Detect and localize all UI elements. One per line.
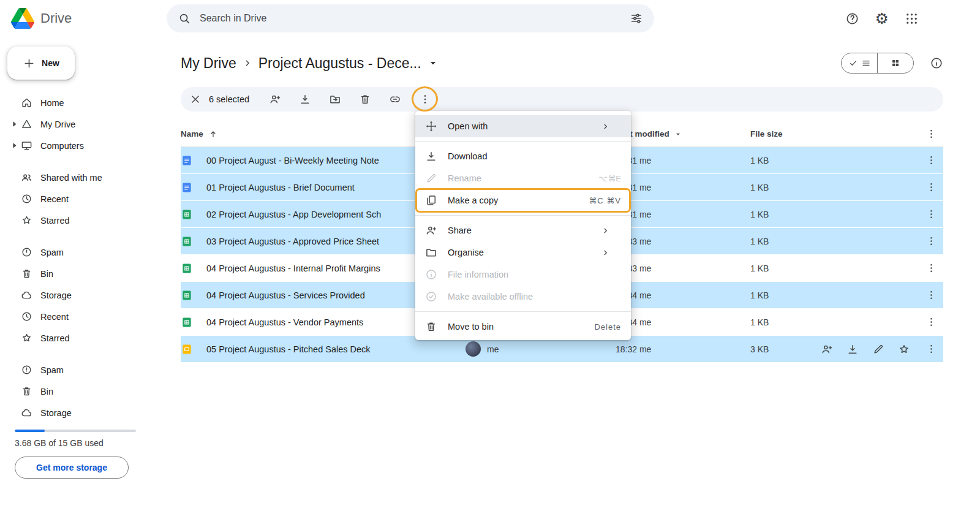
row-more-cell: [919, 289, 943, 301]
column-header-modified[interactable]: Last modified: [616, 129, 750, 139]
row-more-actions-icon[interactable]: [925, 181, 937, 193]
row-more-actions-icon[interactable]: [925, 343, 937, 355]
menu-item-share[interactable]: Share: [415, 219, 631, 241]
sidebar-item-label: Bin: [40, 387, 53, 396]
apps-grid-icon[interactable]: [905, 12, 919, 26]
row-more-actions-icon[interactable]: [925, 235, 937, 247]
last-modified-cell: 18:33 me: [616, 237, 750, 246]
folder-menu-caret-icon[interactable]: [426, 56, 440, 70]
topbar-actions: ⚙: [845, 0, 919, 37]
search-bar[interactable]: [167, 4, 654, 32]
grid-view-toggle[interactable]: [878, 53, 913, 73]
list-options-icon[interactable]: [925, 128, 937, 140]
topbar: Drive ⚙: [0, 0, 980, 37]
docs-file-icon: [181, 154, 193, 167]
sort-ascending-icon: [208, 129, 218, 139]
sidebar-item-recent[interactable]: Recent: [7, 188, 164, 210]
menu-item-open-with[interactable]: Open with: [415, 115, 631, 137]
breadcrumb-my-drive[interactable]: My Drive: [181, 55, 236, 72]
file-size-cell: 1 KB: [750, 156, 821, 165]
sidebar-item-computers[interactable]: Computers: [7, 135, 164, 156]
layout-toggle: [841, 53, 914, 74]
sidebar-item-label: Recent: [40, 312, 69, 322]
clear-selection-icon[interactable]: [189, 93, 202, 105]
menu-item-file-information: File information: [415, 263, 631, 286]
expand-caret-icon[interactable]: [9, 140, 20, 151]
sidebar-item-bin[interactable]: Bin: [7, 263, 164, 284]
row-more-cell: [919, 316, 943, 328]
row-more-actions-icon[interactable]: [925, 289, 937, 301]
share-selected-button[interactable]: [269, 93, 281, 105]
sheets-file-icon: [181, 235, 193, 248]
menu-item-download[interactable]: Download: [415, 145, 631, 167]
menu-item-move-to-bin[interactable]: Move to binDelete: [415, 316, 631, 338]
sidebar-item-shared-with-me[interactable]: Shared with me: [7, 167, 164, 188]
sidebar-item-label: Bin: [40, 269, 53, 279]
menu-item-label: Move to bin: [448, 322, 594, 332]
row-more-actions-icon[interactable]: [925, 154, 937, 166]
row-rename-icon[interactable]: [872, 343, 884, 355]
sheets-file-icon: [181, 208, 193, 221]
sidebar-item-label: Spam: [40, 248, 64, 257]
search-input[interactable]: [200, 13, 621, 24]
more-actions-button[interactable]: [419, 93, 431, 105]
download-selected-button[interactable]: [299, 93, 311, 105]
file-size-cell: 1 KB: [750, 210, 821, 219]
sidebar-item-starred[interactable]: Starred: [7, 327, 164, 349]
sidebar-item-starred[interactable]: Starred: [7, 210, 164, 231]
copy-link-button[interactable]: [389, 93, 401, 105]
person-add-icon: [425, 224, 437, 237]
last-modified-cell: 18:34 me: [616, 290, 750, 300]
sidebar-item-bin[interactable]: Bin: [7, 381, 164, 402]
breadcrumb-current-folder[interactable]: Project Augustus - Dece...: [258, 55, 421, 72]
menu-item-organise[interactable]: Organise: [415, 241, 631, 263]
selection-actions: [269, 93, 431, 105]
row-share-icon[interactable]: [821, 343, 833, 355]
row-more-actions-icon[interactable]: [925, 208, 937, 220]
sidebar-item-label: Storage: [40, 408, 72, 418]
spam-icon: [21, 364, 32, 376]
new-button[interactable]: New: [7, 47, 75, 80]
storage-progress-bar: [15, 430, 136, 432]
row-more-actions-icon[interactable]: [925, 316, 937, 328]
delete-selected-button[interactable]: [359, 93, 371, 105]
sidebar-item-spam[interactable]: Spam: [7, 241, 164, 263]
help-icon[interactable]: [845, 12, 859, 26]
drive-logo[interactable]: Drive: [11, 0, 72, 37]
sidebar-item-label: My Drive: [40, 119, 75, 129]
search-options-icon[interactable]: [630, 12, 643, 25]
sidebar-item-storage[interactable]: Storage: [7, 402, 164, 423]
row-more-cell: [919, 154, 943, 166]
row-download-icon[interactable]: [846, 343, 859, 355]
row-more-actions-icon[interactable]: [925, 262, 937, 274]
grid-view-icon: [891, 58, 900, 68]
sort-caret-icon: [673, 129, 683, 139]
row-quick-actions: [821, 343, 919, 355]
row-star-icon[interactable]: [898, 343, 910, 355]
sidebar-item-storage[interactable]: Storage: [7, 284, 164, 306]
move-selected-button[interactable]: [329, 93, 341, 105]
menu-item-make-a-copy[interactable]: Make a copy⌘C ⌘V: [415, 189, 631, 211]
sidebar: New HomeMy DriveComputersShared with meR…: [0, 37, 164, 508]
sidebar-item-home[interactable]: Home: [7, 92, 164, 113]
list-view-toggle[interactable]: [842, 53, 878, 73]
expand-caret-icon[interactable]: [9, 118, 20, 130]
menu-divider: [415, 311, 631, 312]
sidebar-item-my-drive[interactable]: My Drive: [7, 113, 164, 135]
more-actions-icon: [419, 93, 431, 105]
people-icon: [21, 172, 32, 183]
details-info-icon[interactable]: [930, 56, 943, 70]
docs-file-icon: [181, 181, 193, 194]
sidebar-item-recent[interactable]: Recent: [7, 306, 164, 327]
sidebar-item-label: Storage: [40, 290, 72, 300]
file-size-cell: 3 KB: [750, 344, 821, 354]
search-icon[interactable]: [178, 12, 191, 25]
sidebar-item-label: Starred: [40, 333, 70, 343]
sidebar-item-spam[interactable]: Spam: [7, 359, 164, 381]
settings-gear-icon[interactable]: ⚙: [875, 11, 889, 26]
get-more-storage-button[interactable]: Get more storage: [15, 457, 129, 479]
copy-icon: [425, 194, 437, 207]
owner-avatar: [466, 341, 481, 357]
file-size-cell: 1 KB: [750, 237, 821, 246]
list-view-icon: [861, 58, 871, 68]
